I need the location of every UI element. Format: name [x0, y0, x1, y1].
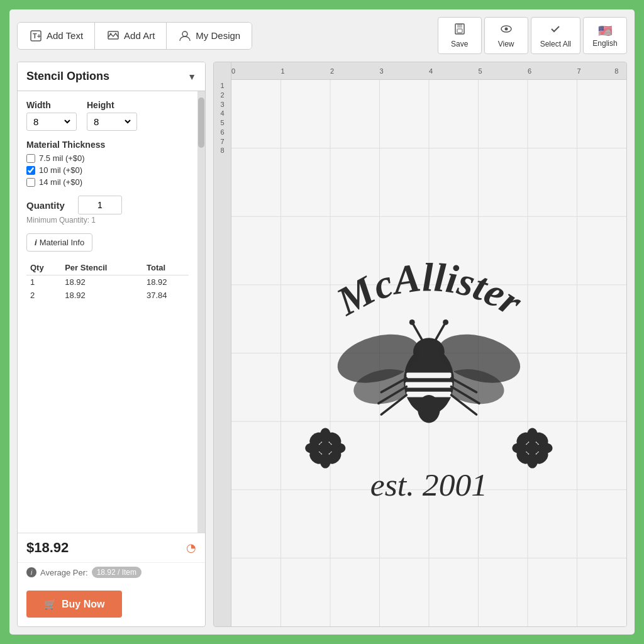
select-all-label: Select All [540, 40, 571, 48]
my-design-label: My Design [196, 30, 240, 41]
material-info-label: Material Info [40, 238, 85, 247]
info-icon: i [35, 238, 37, 247]
material-info-section: i Material Info [26, 233, 189, 252]
width-select[interactable]: 8 4 6 10 12 [26, 113, 77, 131]
height-group: Height 8 4 6 10 12 [87, 100, 137, 131]
add-art-button[interactable]: Add Art [95, 23, 167, 49]
english-label: English [592, 39, 617, 48]
svg-text:McAllister: McAllister [329, 255, 531, 325]
ruler-left-num-7: 7 [220, 138, 224, 145]
avg-per-badge: 18.92 / Item [92, 567, 142, 578]
scroll-track[interactable] [197, 91, 205, 533]
ruler-left-num-3: 3 [220, 101, 224, 108]
buy-now-button[interactable]: 🛒 Buy Now [26, 591, 122, 618]
stencil-options-header: Stencil Options ▼ [18, 62, 205, 91]
thickness-checkbox-0[interactable] [26, 154, 35, 163]
info-circle-icon: i [26, 567, 36, 577]
svg-rect-37 [406, 382, 453, 388]
price-display: $18.92 [26, 540, 69, 556]
ruler-top-num-8: 8 [614, 67, 618, 75]
ruler-top-num-3: 3 [380, 67, 384, 75]
add-text-icon: T+ [29, 29, 43, 43]
my-design-icon [178, 29, 192, 43]
row-qty-1: 1 [26, 275, 61, 289]
quantity-section: Quantity Minimum Quantity: 1 [26, 196, 189, 225]
english-button[interactable]: 🇺🇸 English [583, 17, 627, 54]
quantity-label: Quantity [26, 200, 70, 211]
thickness-label-2: 14 mil (+$0) [39, 177, 82, 187]
svg-rect-6 [457, 24, 462, 28]
min-quantity-text: Minimum Quantity: 1 [26, 216, 189, 225]
ruler-top-num-1: 1 [281, 67, 285, 75]
price-section: $18.92 ◔ [18, 533, 205, 562]
table-row: 2 18.92 37.84 [26, 289, 189, 302]
stencil-options-title: Stencil Options [26, 70, 109, 83]
content-area: Stencil Options ▼ Width 8 4 6 [17, 62, 627, 627]
toolbar: T+ Add Text Add Art [17, 17, 627, 54]
width-group: Width 8 4 6 10 12 [26, 100, 77, 131]
thickness-option-2[interactable]: 14 mil (+$0) [26, 177, 189, 187]
toolbar-right: Save View Select All [438, 17, 627, 54]
ruler-top-num-5: 5 [479, 67, 482, 75]
view-label: View [498, 40, 514, 48]
canvas-area: 0 1 2 3 4 5 6 7 8 1 2 3 4 5 [213, 62, 627, 627]
main-container: T+ Add Text Add Art [8, 8, 636, 636]
save-label: Save [451, 40, 468, 48]
save-button[interactable]: Save [438, 17, 482, 54]
add-text-button[interactable]: T+ Add Text [18, 23, 95, 49]
row-total-2: 37.84 [143, 289, 189, 302]
scroll-content: Width 8 4 6 10 12 [18, 91, 197, 533]
stencil-options-arrow: ▼ [187, 72, 196, 82]
thickness-option-0[interactable]: 7.5 mil (+$0) [26, 153, 189, 163]
flag-icon: 🇺🇸 [598, 24, 612, 38]
avg-per-section: i Average Per: 18.92 / Item [18, 562, 205, 584]
select-all-button[interactable]: Select All [531, 17, 580, 54]
width-select-input[interactable]: 8 4 6 10 12 [31, 116, 72, 128]
table-row: 1 18.92 18.92 [26, 275, 189, 289]
material-thickness-label: Material Thickness [26, 140, 189, 150]
right-flower [513, 428, 553, 469]
col-header-per-stencil: Per Stencil [61, 260, 143, 275]
width-label: Width [26, 100, 77, 110]
quantity-input[interactable] [78, 196, 122, 214]
svg-point-39 [418, 395, 440, 423]
left-flower [305, 428, 345, 469]
ruler-top-num-2: 2 [330, 67, 334, 75]
spinner-icon: ◔ [186, 541, 196, 555]
my-design-button[interactable]: My Design [167, 23, 252, 49]
col-header-total: Total [143, 260, 189, 275]
select-all-icon [549, 23, 562, 38]
svg-rect-7 [457, 29, 462, 33]
ruler-top: 0 1 2 3 4 5 6 7 8 [214, 62, 626, 80]
add-art-icon [106, 29, 120, 43]
thickness-option-1[interactable]: 10 mil (+$0) [26, 165, 189, 175]
thickness-checkbox-2[interactable] [26, 178, 35, 187]
col-header-qty: Qty [26, 260, 61, 275]
toolbar-left: T+ Add Text Add Art [17, 22, 252, 50]
row-per-2: 18.92 [61, 289, 143, 302]
row-total-1: 18.92 [143, 275, 189, 289]
ruler-left: 1 2 3 4 5 6 7 8 [214, 80, 231, 626]
height-select[interactable]: 8 4 6 10 12 [87, 113, 137, 131]
row-per-1: 18.92 [61, 275, 143, 289]
ruler-top-num-4: 4 [429, 67, 433, 75]
svg-point-3 [110, 33, 112, 35]
height-select-input[interactable]: 8 4 6 10 12 [91, 116, 133, 128]
design-area: McAllister [231, 80, 626, 626]
svg-point-4 [182, 31, 187, 36]
ruler-left-num-1: 1 [220, 82, 224, 89]
add-art-label: Add Art [124, 30, 155, 41]
pricing-table: Qty Per Stencil Total 1 18.92 18.92 [26, 260, 189, 302]
buy-now-label: Buy Now [62, 599, 104, 610]
ruler-corner [214, 62, 231, 80]
design-svg: McAllister [261, 121, 597, 586]
view-button[interactable]: View [484, 17, 528, 54]
material-info-button[interactable]: i Material Info [26, 233, 92, 252]
thickness-checkbox-1[interactable] [26, 166, 35, 175]
svg-rect-36 [406, 373, 451, 379]
ruler-top-num-0: 0 [231, 67, 235, 75]
material-thickness-section: Material Thickness 7.5 mil (+$0) 10 mil … [26, 140, 189, 187]
ruler-left-num-2: 2 [220, 91, 224, 99]
cart-icon: 🛒 [44, 598, 57, 610]
svg-text:T+: T+ [33, 32, 41, 40]
